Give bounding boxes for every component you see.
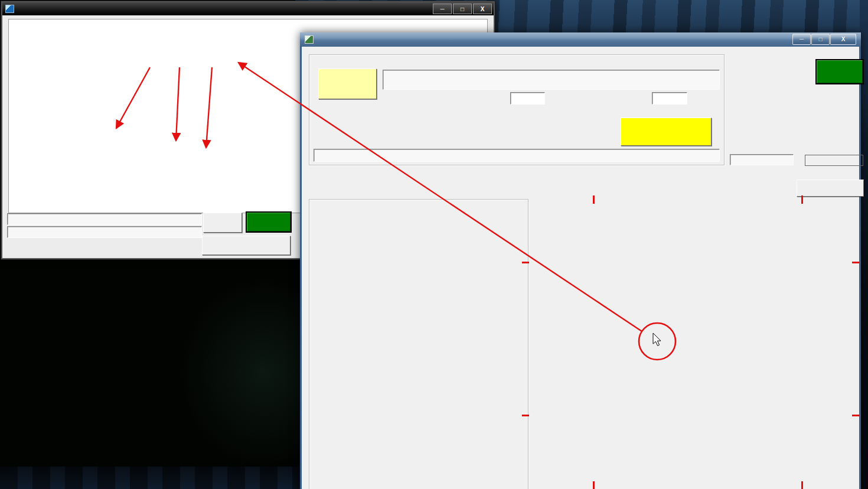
zoom-full-button[interactable] <box>203 213 242 233</box>
progress-field <box>314 149 720 162</box>
maximize-icon[interactable]: □ <box>811 34 830 45</box>
iteration-tolerance-input[interactable] <box>652 92 687 105</box>
palette-cluster-swatches <box>308 178 527 188</box>
dat-path-field[interactable] <box>383 70 720 90</box>
cursor-value-field <box>7 226 202 238</box>
extract-close-button[interactable] <box>817 60 863 83</box>
fiducial-tick <box>593 195 595 204</box>
fiducial-tick <box>522 415 529 416</box>
save-to-clipboard-button[interactable] <box>797 180 864 197</box>
fiducial-tick <box>801 481 803 489</box>
clusters-count-input[interactable] <box>510 92 545 105</box>
minimize-icon[interactable]: ─ <box>792 34 811 45</box>
extract-titlebar[interactable]: ─ □ X <box>300 32 861 47</box>
cluster-classified-image[interactable] <box>529 204 860 481</box>
fiducial-tick <box>852 415 859 416</box>
classify-clusters-button[interactable] <box>621 118 712 146</box>
browse-dat-button[interactable] <box>318 69 377 99</box>
fiducial-tick <box>801 195 803 204</box>
minimize-icon[interactable]: ─ <box>433 4 452 14</box>
palette-numbers <box>308 189 527 197</box>
cluster-color-swatch <box>805 155 863 166</box>
data-channels-groupbox <box>309 199 528 489</box>
spectrum-close-button[interactable] <box>247 213 291 232</box>
extract-cluster-window: ─ □ X <box>300 32 861 489</box>
copy-to-clipboard-button[interactable] <box>202 236 291 255</box>
palette-gradient-bar <box>308 167 527 178</box>
app-icon <box>5 5 14 13</box>
pixel-ixiy-value <box>730 154 794 165</box>
close-icon[interactable]: X <box>830 34 856 45</box>
cursor-position-field <box>7 213 202 225</box>
maximize-icon[interactable]: □ <box>453 4 472 14</box>
fiducial-tick <box>593 481 595 489</box>
desktop-wallpaper-bottom <box>0 256 301 489</box>
cluster-image-canvas <box>529 204 860 481</box>
eds-titlebar[interactable]: ─ □ X <box>2 2 494 15</box>
fiducial-tick <box>852 262 859 263</box>
fiducial-tick <box>522 262 529 263</box>
app-icon <box>305 35 314 44</box>
close-icon[interactable]: X <box>473 4 492 14</box>
